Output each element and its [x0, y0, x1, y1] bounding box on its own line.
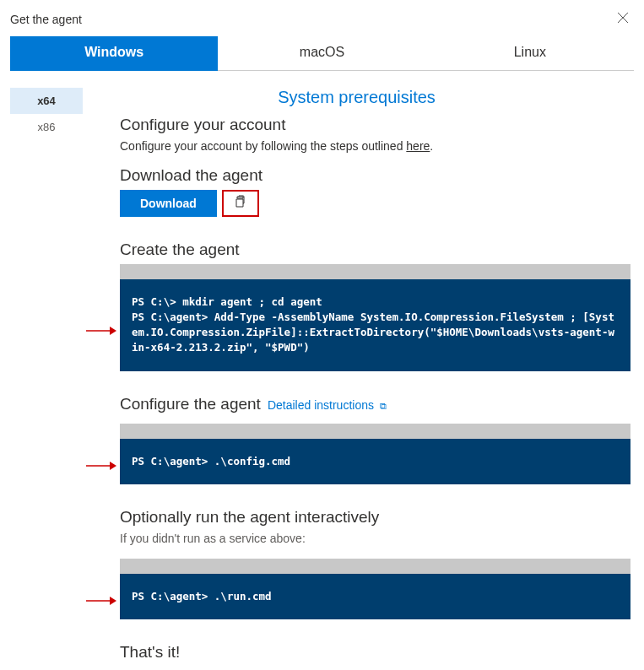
create-agent-code-block: PS C:\> mkdir agent ; cd agent PS C:\age… [120, 264, 630, 371]
thats-it-heading: That's it! [120, 643, 630, 662]
close-icon [617, 12, 629, 26]
svg-marker-3 [110, 462, 116, 470]
svg-marker-1 [110, 327, 116, 335]
tab-linux[interactable]: Linux [426, 36, 634, 71]
copy-icon [234, 195, 247, 212]
tab-macos[interactable]: macOS [218, 36, 425, 71]
configure-agent-heading-row: Configure the agent Detailed instruction… [120, 395, 630, 413]
close-button[interactable] [614, 8, 632, 30]
arch-x86[interactable]: x86 [10, 114, 83, 140]
annotation-arrow-icon [86, 324, 116, 334]
main-content: System prerequisites Configure your acco… [83, 71, 634, 667]
system-prerequisites-link[interactable]: System prerequisites [83, 88, 630, 107]
configure-agent-code[interactable]: PS C:\agent> .\config.cmd [120, 439, 630, 484]
detailed-instructions-label: Detailed instructions [268, 398, 374, 412]
arch-x64[interactable]: x64 [10, 88, 83, 114]
code-toolbar[interactable] [120, 264, 630, 279]
run-agent-subtext: If you didn't run as a service above: [120, 532, 630, 545]
tab-windows[interactable]: Windows [10, 36, 218, 71]
configure-agent-heading: Configure the agent [120, 395, 261, 413]
configure-account-heading: Configure your account [120, 116, 630, 134]
copy-url-button[interactable] [222, 190, 259, 217]
run-agent-code[interactable]: PS C:\agent> .\run.cmd [120, 574, 630, 619]
annotation-arrow-icon [86, 594, 116, 604]
download-heading: Download the agent [120, 166, 630, 185]
code-toolbar[interactable] [120, 424, 630, 439]
code-toolbar[interactable] [120, 559, 630, 574]
dialog-header: Get the agent [0, 0, 644, 36]
download-button[interactable]: Download [120, 190, 217, 217]
svg-marker-5 [110, 597, 116, 605]
configure-account-here-link[interactable]: here [406, 139, 430, 153]
download-row: Download [120, 190, 630, 217]
dialog-title: Get the agent [10, 13, 82, 26]
detailed-instructions-link[interactable]: Detailed instructions ⧉ [268, 398, 387, 412]
configure-agent-code-block: PS C:\agent> .\config.cmd [120, 424, 630, 484]
create-agent-heading: Create the agent [120, 240, 630, 259]
configure-account-text: Configure your account by following the … [120, 139, 630, 153]
os-tabs: Windows macOS Linux [10, 36, 634, 71]
run-agent-heading: Optionally run the agent interactively [120, 508, 630, 527]
arch-sidebar: x64 x86 [10, 71, 83, 667]
create-agent-code[interactable]: PS C:\> mkdir agent ; cd agent PS C:\age… [120, 279, 630, 371]
run-agent-code-block: PS C:\agent> .\run.cmd [120, 559, 630, 619]
external-link-icon: ⧉ [377, 401, 387, 411]
annotation-arrow-icon [86, 459, 116, 469]
configure-account-text-before: Configure your account by following the … [120, 139, 406, 153]
configure-account-text-after: . [430, 139, 433, 153]
